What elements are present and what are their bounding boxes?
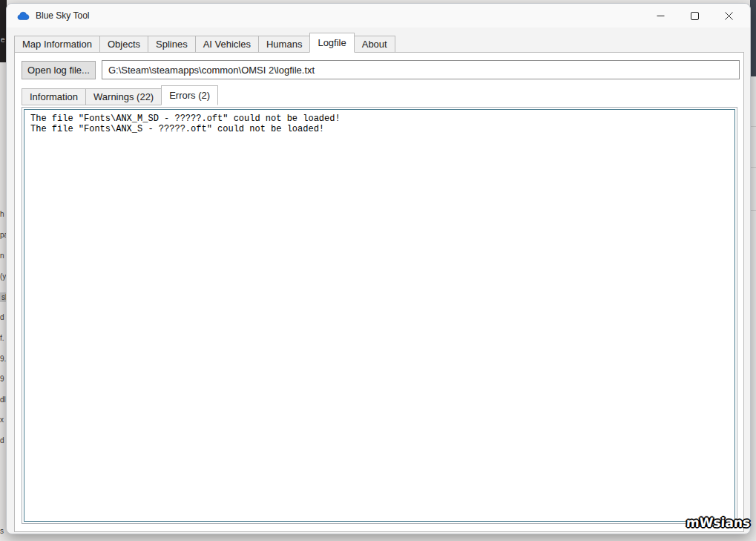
logfile-tab-page: Open log file... Information Warnings (2… <box>14 52 744 532</box>
minimize-button[interactable] <box>643 4 677 27</box>
tab-logfile[interactable]: Logfile <box>309 33 354 53</box>
error-line: The file "Fonts\ANX_S - ?????.oft" could… <box>30 124 734 134</box>
background-text-fragment: d <box>0 313 4 321</box>
open-log-file-button[interactable]: Open log file... <box>22 61 96 79</box>
tab-errors[interactable]: Errors (2) <box>161 85 218 105</box>
error-log-content: The file "Fonts\ANX_M_SD - ?????.oft" co… <box>24 109 735 522</box>
background-text-fragment: d <box>0 436 4 445</box>
close-button[interactable] <box>711 4 746 27</box>
tab-about[interactable]: About <box>354 36 395 53</box>
tab-objects[interactable]: Objects <box>99 36 148 53</box>
tab-humans[interactable]: Humans <box>258 36 310 53</box>
background-divider <box>750 167 756 168</box>
error-log-textbox[interactable]: The file "Fonts\ANX_M_SD - ?????.oft" co… <box>22 107 737 524</box>
log-tab-strip: Information Warnings (22) Errors (2) <box>22 87 217 105</box>
close-icon <box>725 12 733 20</box>
tab-information[interactable]: Information <box>22 88 86 105</box>
tab-map-information[interactable]: Map Information <box>14 36 100 53</box>
tab-splines[interactable]: Splines <box>148 36 196 53</box>
background-text-fragment: f. <box>0 334 4 342</box>
window-title: Blue Sky Tool <box>36 10 90 21</box>
tab-ai-vehicles[interactable]: AI Vehicles <box>195 36 259 53</box>
maximize-icon <box>691 12 699 20</box>
log-path-input[interactable] <box>102 60 740 79</box>
background-text-fragment: h <box>0 210 4 218</box>
background-divider <box>750 210 756 211</box>
background-text-fragment: dl <box>0 396 6 404</box>
app-window: Blue Sky Tool Map Information Objec <box>6 3 751 534</box>
background-window-light-strip-right <box>750 76 756 541</box>
titlebar[interactable]: Blue Sky Tool <box>7 4 750 27</box>
background-text-fragment: x <box>0 416 4 424</box>
cloud-app-icon <box>17 11 30 21</box>
error-line: The file "Fonts\ANX_M_SD - ?????.oft" co… <box>30 114 734 124</box>
watermark: mWsians <box>686 515 751 530</box>
background-text-fragment: 9 <box>0 375 4 383</box>
minimize-icon <box>657 12 665 20</box>
background-window-dark-strip-right <box>750 0 756 76</box>
tab-warnings[interactable]: Warnings (22) <box>85 88 162 105</box>
background-text-fragment: n <box>0 252 4 260</box>
background-text-fragment: e <box>1 36 5 44</box>
main-tab-strip: Map Information Objects Splines AI Vehic… <box>14 34 395 53</box>
maximize-button[interactable] <box>677 4 711 27</box>
window-controls <box>643 4 746 27</box>
background-text-fragment: s <box>0 527 4 535</box>
background-divider <box>750 126 756 127</box>
